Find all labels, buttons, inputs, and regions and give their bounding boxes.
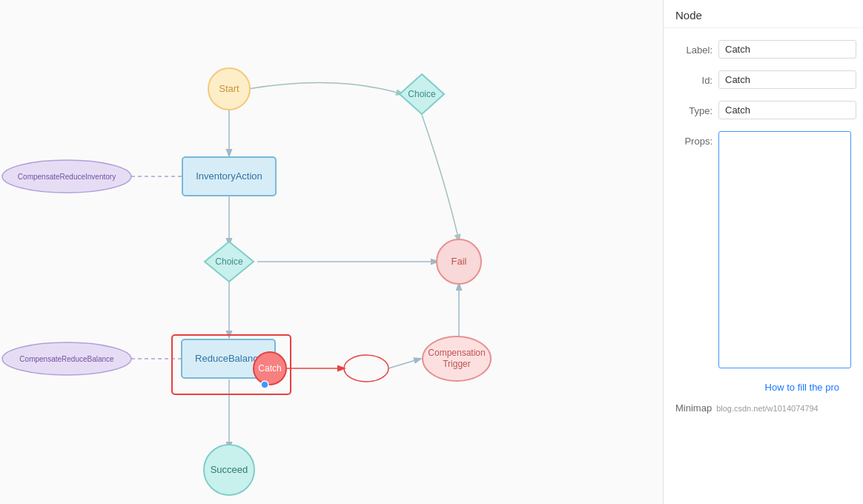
- fail-label: Fail: [452, 256, 467, 267]
- how-to-link[interactable]: How to fill the pro: [753, 376, 851, 399]
- label-input[interactable]: [718, 40, 856, 59]
- id-field-label: Id:: [675, 70, 712, 86]
- how-to-container: How to fill the pro: [664, 374, 863, 399]
- start-label: Start: [219, 83, 239, 94]
- type-field-row: Type:: [664, 95, 863, 125]
- props-field-label: Props:: [675, 131, 712, 147]
- comptrigger-label2: Trigger: [443, 359, 471, 369]
- svg-line-7: [388, 359, 420, 368]
- panel-body: Label: Id: Type: Props: How to fill the …: [664, 28, 863, 504]
- id-field-row: Id:: [664, 64, 863, 95]
- id-input[interactable]: [718, 70, 856, 89]
- compensate1-label: CompensateReduceInventory: [18, 173, 116, 181]
- minimap-url: blog.csdn.net/w1014074794: [716, 404, 819, 413]
- flow-canvas[interactable]: Start Choice CompensateReduceInventory I…: [0, 0, 663, 504]
- right-panel: Node Label: Id: Type: Props: How to fill…: [663, 0, 863, 504]
- comptrigger-label1: Compensation: [428, 348, 485, 358]
- catch-label: Catch: [258, 363, 281, 374]
- svg-point-21: [344, 355, 388, 382]
- inventory-label: InventoryAction: [196, 170, 262, 182]
- minimap-label: Minimap: [675, 402, 712, 414]
- reduce-label: ReduceBalance: [195, 353, 263, 364]
- props-textarea[interactable]: [718, 131, 851, 368]
- svg-point-20: [261, 381, 268, 388]
- succeed-label: Succeed: [211, 464, 248, 475]
- minimap-row: Minimap blog.csdn.net/w1014074794: [664, 399, 863, 420]
- choice2-label: Choice: [215, 256, 243, 267]
- panel-title: Node: [664, 0, 863, 28]
- compensate2-label: CompensateReduceBalance: [19, 355, 114, 363]
- label-field-label: Label:: [675, 40, 712, 56]
- type-field-label: Type:: [675, 101, 712, 116]
- type-input[interactable]: [718, 101, 856, 119]
- label-field-row: Label:: [664, 34, 863, 64]
- props-field-row: Props:: [664, 125, 863, 374]
- choice1-label: Choice: [408, 89, 436, 99]
